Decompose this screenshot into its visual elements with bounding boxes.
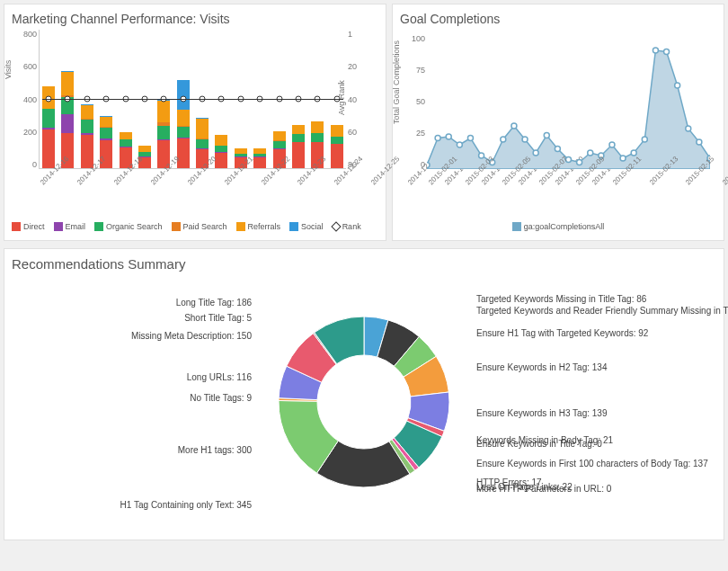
svg-point-5 xyxy=(479,153,484,158)
donut-label: Ensure Keywords in H3 Tag: 139 xyxy=(364,408,607,418)
svg-point-3 xyxy=(457,142,462,147)
y-axis-right: 120406080 xyxy=(348,30,373,169)
donut-chart: Targeted Keywords Missing in Title Tag: … xyxy=(12,272,716,532)
svg-point-2 xyxy=(446,134,451,139)
y-axis: 1007550250 xyxy=(400,34,425,169)
x-axis: 2015-02-012015-02-032015-02-052015-02-07… xyxy=(427,174,710,219)
line-plot-area xyxy=(427,34,710,169)
chart-title: Marketing Channel Performance: Visits xyxy=(12,12,378,26)
donut-label: More HTTP Parameters in URL: 0 xyxy=(364,484,611,494)
svg-point-9 xyxy=(522,137,528,142)
svg-point-22 xyxy=(664,49,670,55)
svg-point-21 xyxy=(653,48,658,53)
donut-label: Ensure H1 Tag with Targeted Keywords: 92 xyxy=(364,328,648,338)
bar-plot-area xyxy=(39,30,346,169)
recommendations-panel: Recommendations Summary Targeted Keyword… xyxy=(4,248,724,540)
bar-legend: DirectEmailOrganic SearchPaid SearchRefe… xyxy=(12,222,378,231)
goal-completions-panel: Goal Completions Total Goal Completions … xyxy=(392,4,724,241)
chart-title: Recommendations Summary xyxy=(12,256,716,272)
svg-point-4 xyxy=(467,136,473,141)
svg-point-25 xyxy=(697,139,702,145)
donut-label: Ensure Keywords in Title Tag: 0 xyxy=(364,439,602,449)
svg-point-24 xyxy=(686,126,691,131)
chart-title: Goal Completions xyxy=(400,12,716,26)
y-axis-left: 8006004002000 xyxy=(12,30,37,169)
svg-point-7 xyxy=(501,137,506,142)
donut-label: More H1 tags: 300 xyxy=(178,445,364,455)
svg-point-20 xyxy=(642,137,647,142)
donut-label: No Title Tags: 9 xyxy=(190,393,364,403)
donut-label: Short Title Tag: 5 xyxy=(184,313,364,323)
line-legend: ga:goalCompletionsAll xyxy=(400,222,716,233)
svg-point-15 xyxy=(588,150,593,156)
marketing-channel-panel: Marketing Channel Performance: Visits Vi… xyxy=(4,4,386,241)
donut-label: Ensure Keywords in First 100 characters … xyxy=(364,459,708,468)
x-axis: 2014-12-162014-12-172014-12-182014-12-19… xyxy=(39,174,346,219)
donut-label: Ensure Keywords in H2 Tag: 134 xyxy=(364,362,607,372)
svg-point-14 xyxy=(577,160,582,165)
donut-label: Missing Meta Description: 150 xyxy=(131,331,364,341)
svg-point-12 xyxy=(555,147,560,152)
svg-point-1 xyxy=(435,136,440,141)
line-chart: Total Goal Completions 1007550250 2015-0… xyxy=(400,30,715,219)
donut-label: Targeted Keywords Missing in Title Tag: … xyxy=(364,294,646,304)
svg-point-11 xyxy=(544,133,549,138)
svg-point-8 xyxy=(511,123,517,129)
svg-point-10 xyxy=(533,150,538,156)
donut-label: Long Title Tag: 186 xyxy=(176,298,364,308)
donut-label: Long URLs: 116 xyxy=(187,372,364,382)
donut-label: Targeted Keywords and Reader Friendly Su… xyxy=(364,306,728,316)
donut-label: H1 Tag Containing only Text: 345 xyxy=(120,500,364,510)
bar-chart: Visits 8006004002000 120406080 Avg Rank … xyxy=(12,30,373,219)
svg-point-23 xyxy=(675,83,680,88)
svg-point-18 xyxy=(620,156,626,161)
legend-label: ga:goalCompletionsAll xyxy=(524,222,605,231)
svg-point-0 xyxy=(427,163,430,168)
svg-point-17 xyxy=(609,142,615,147)
y-axis-right-label: Avg Rank xyxy=(337,80,346,115)
